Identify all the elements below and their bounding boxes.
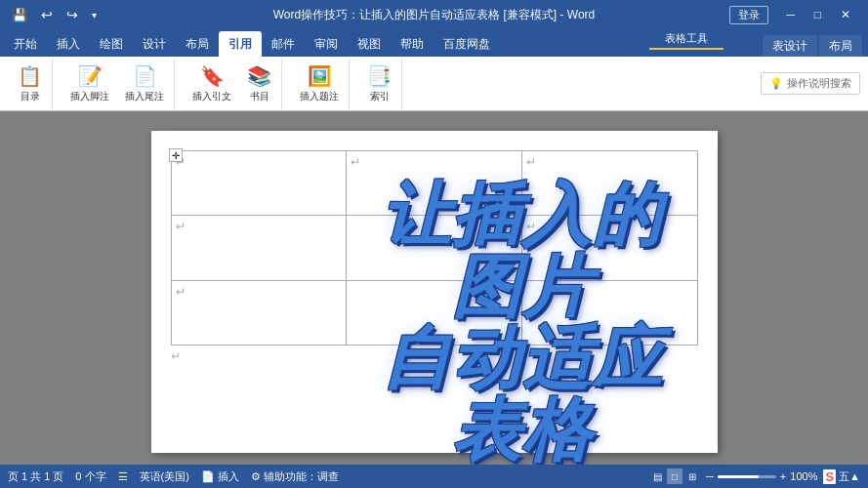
table-cell[interactable]: ↵ — [347, 151, 522, 216]
tab-view[interactable]: 视图 — [348, 31, 391, 57]
caption-button[interactable]: 🖼️ 插入题注 — [294, 61, 345, 106]
page-label: 页 — [8, 469, 19, 484]
login-button[interactable]: 登录 — [729, 6, 768, 24]
status-bar-left: 页 1 共 1 页 0 个字 ☰ 英语(美国) 📄 插入 ⚙ 辅助功能：调查 — [8, 469, 339, 484]
tab-review[interactable]: 审阅 — [305, 31, 348, 57]
bibliography-button[interactable]: 📚 书目 — [241, 61, 277, 106]
print-view-btn[interactable]: □ — [667, 468, 682, 484]
citation-button[interactable]: 🔖 插入引文 — [186, 61, 237, 106]
doc-end-mark: ↵ — [171, 349, 698, 363]
table-cell[interactable] — [347, 280, 522, 345]
macro-icon-item[interactable]: ☰ — [118, 470, 128, 483]
toc-button[interactable]: 📋 目录 — [12, 61, 48, 106]
main-area: ✛ ↵ ↵ ↵ ↵ ↵ ↵ ↵ 让插入的图片自动适应表格 — [0, 111, 868, 465]
table-cell[interactable] — [347, 216, 522, 280]
undo-button[interactable]: ↩ — [37, 5, 57, 24]
command-ribbon: 📋 目录 📝 插入脚注 📄 插入尾注 🔖 插入引文 📚 书目 🖼️ 插入题注 — [0, 57, 868, 111]
tab-start[interactable]: 开始 — [4, 31, 47, 57]
status-bar-right: ▤ □ ⊞ ─ + 100% S 五▲ — [649, 468, 860, 484]
ribbon-tab-row: 表格工具 开始 插入 绘图 设计 布局 引用 邮件 审阅 视图 帮助 百度网盘 … — [0, 29, 868, 57]
context-tab-label: 表格工具 — [649, 29, 723, 50]
ribbon-section-caption: 🖼️ 插入题注 — [290, 59, 350, 109]
table-cell[interactable] — [521, 280, 697, 345]
tab-table-layout[interactable]: 布局 — [819, 35, 862, 57]
caption-icon: 🖼️ — [308, 64, 332, 88]
title-bar: 💾 ↩ ↪ ▾ Word操作技巧：让插入的图片自动适应表格 [兼容模式] - W… — [0, 0, 868, 29]
sohu-logo[interactable]: S — [823, 469, 836, 484]
window-title: Word操作技巧：让插入的图片自动适应表格 [兼容模式] - Word — [273, 7, 596, 23]
table-cell[interactable]: ↵ — [521, 216, 697, 280]
accessibility-label: 辅助功能：调查 — [264, 469, 339, 484]
help-icon: 💡 — [769, 77, 783, 90]
table-cell[interactable]: ↵ — [171, 151, 347, 216]
table-cell[interactable]: ↵ — [521, 151, 697, 216]
title-bar-left: 💾 ↩ ↪ ▾ — [8, 5, 101, 24]
word-count-item: 0 个字 — [75, 469, 105, 484]
restore-button[interactable]: □ — [805, 6, 831, 23]
page-count: 页 1 共 1 页 — [8, 469, 63, 484]
endnote-button[interactable]: 📄 插入尾注 — [119, 61, 170, 106]
redo-button[interactable]: ↪ — [62, 5, 82, 24]
paragraph-mark: ↵ — [351, 155, 360, 169]
ribbon-section-index: 📑 索引 — [357, 59, 402, 109]
page-number: 1 — [21, 470, 27, 482]
ribbon-section-citation: 🔖 插入引文 📚 书目 — [183, 59, 282, 109]
bibliography-icon: 📚 — [247, 64, 271, 88]
footnote-icon: 📝 — [78, 64, 103, 88]
zoom-slider-fill — [718, 475, 759, 478]
macro-icon: ☰ — [118, 470, 128, 483]
sohu-area: S 五▲ — [823, 469, 860, 484]
table-row: ↵ ↵ — [171, 216, 697, 280]
tab-baidu[interactable]: 百度网盘 — [434, 31, 500, 57]
word-count: 0 个字 — [75, 469, 105, 484]
numbers-label: 五▲ — [839, 469, 860, 484]
help-search[interactable]: 💡 操作说明搜索 — [761, 72, 860, 95]
help-search-label: 操作说明搜索 — [787, 76, 851, 91]
document-table: ↵ ↵ ↵ ↵ ↵ ↵ — [171, 150, 698, 346]
table-cell[interactable]: ↵ — [171, 216, 347, 280]
paragraph-mark: ↵ — [176, 220, 186, 233]
zoom-level: 100% — [790, 470, 817, 482]
extra-tabs-row: 表设计 布局 — [763, 29, 864, 57]
table-cell[interactable]: ↵ — [171, 280, 347, 345]
ribbon-section-toc: 📋 目录 — [8, 59, 53, 109]
tab-references[interactable]: 引用 — [219, 31, 262, 57]
document-page: ✛ ↵ ↵ ↵ ↵ ↵ ↵ ↵ 让插入的图片自动适应表格 — [151, 131, 718, 453]
zoom-in-btn[interactable]: + — [780, 470, 786, 482]
tab-help[interactable]: 帮助 — [391, 31, 434, 57]
language-item[interactable]: 英语(美国) — [140, 469, 189, 484]
title-bar-right: 登录 ─ □ ✕ — [729, 6, 860, 24]
paragraph-mark: ↵ — [176, 285, 186, 299]
ribbon-section-footnote: 📝 插入脚注 📄 插入尾注 — [61, 59, 175, 109]
table-move-handle[interactable]: ✛ — [169, 148, 183, 162]
insert-label: 插入 — [218, 469, 239, 484]
customize-quick-access[interactable]: ▾ — [88, 8, 101, 22]
read-view-btn[interactable]: ▤ — [649, 468, 665, 484]
table-row: ↵ ↵ ↵ — [171, 151, 697, 216]
endnote-icon: 📄 — [133, 64, 157, 88]
zoom-controls: ─ + 100% — [706, 470, 817, 482]
tab-draw[interactable]: 绘图 — [90, 31, 133, 57]
accessibility-item[interactable]: ⚙ 辅助功能：调查 — [251, 469, 339, 484]
quick-save-icon[interactable]: 💾 — [8, 6, 31, 24]
language-label: 英语(美国) — [140, 469, 189, 484]
insert-mode[interactable]: 📄 插入 — [201, 469, 239, 484]
accessibility-icon: ⚙ — [251, 470, 261, 483]
footnote-button[interactable]: 📝 插入脚注 — [64, 61, 115, 106]
zoom-out-btn[interactable]: ─ — [706, 470, 714, 482]
close-button[interactable]: ✕ — [831, 6, 860, 23]
citation-icon: 🔖 — [200, 64, 225, 88]
tab-table-design[interactable]: 表设计 — [763, 35, 817, 57]
ribbon-tabs-outer: 表格工具 开始 插入 绘图 设计 布局 引用 邮件 审阅 视图 帮助 百度网盘 … — [0, 29, 868, 57]
minimize-button[interactable]: ─ — [776, 6, 805, 23]
tab-insert[interactable]: 插入 — [47, 31, 90, 57]
page-total: 共 1 页 — [30, 469, 63, 484]
index-icon: 📑 — [367, 64, 392, 88]
zoom-slider[interactable] — [718, 475, 776, 478]
paragraph-mark: ↵ — [526, 155, 536, 169]
index-button[interactable]: 📑 索引 — [361, 61, 397, 106]
tab-mail[interactable]: 邮件 — [262, 31, 305, 57]
web-view-btn[interactable]: ⊞ — [684, 468, 700, 484]
tab-layout[interactable]: 布局 — [176, 31, 219, 57]
tab-design[interactable]: 设计 — [133, 31, 176, 57]
